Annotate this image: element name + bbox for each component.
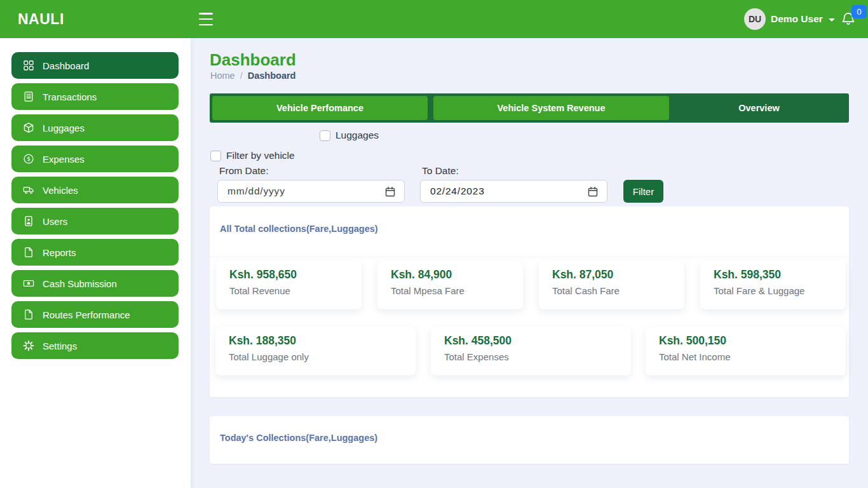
notification-count-badge: 0: [851, 5, 867, 18]
todays-collections-panel: Today's Collections(Fare,Luggages): [210, 416, 849, 464]
stat-value: Ksh. 458,500: [444, 334, 512, 348]
sidebar-item-cash-submission[interactable]: Cash Submission: [11, 270, 179, 297]
stat-card-total-expenses: Ksh. 458,500 Total Expenses: [431, 327, 631, 376]
to-date-field: [420, 180, 607, 203]
tab-vehicle-performance[interactable]: Vehicle Perfomance: [212, 96, 428, 120]
hamburger-menu-icon[interactable]: [199, 11, 215, 27]
sidebar-item-label: Expenses: [43, 154, 85, 165]
stat-label: Total Mpesa Fare: [391, 285, 465, 296]
stat-value: Ksh. 500,150: [659, 334, 726, 348]
sidebar-item-label: Users: [43, 216, 67, 227]
dashboard-tabbar: Vehicle Perfomance Vehicle System Revenu…: [210, 93, 849, 123]
filter-button[interactable]: Filter: [623, 180, 663, 203]
filter-by-vehicle-checkbox[interactable]: [210, 151, 221, 161]
luggages-checkbox-label: Luggages: [336, 130, 379, 141]
stat-label: Total Expenses: [444, 351, 509, 362]
stat-value: Ksh. 84,900: [391, 268, 452, 281]
stat-label: Total Cash Fare: [552, 285, 620, 296]
journal-icon: [23, 91, 34, 102]
tab-overview[interactable]: Overview: [669, 93, 849, 123]
sidebar-item-label: Vehicles: [43, 185, 78, 196]
filter-by-vehicle-checkbox-row: Filter by vehicle: [210, 150, 295, 161]
caret-down-icon: [829, 18, 835, 22]
all-collections-title: All Total collections(Fare,Luggages): [220, 224, 378, 234]
sidebar-item-routes-performance[interactable]: Routes Performance: [11, 301, 179, 328]
person-badge-icon: [23, 215, 34, 227]
file-pdf-icon: [23, 309, 34, 320]
stat-label: Total Luggage only: [229, 351, 309, 362]
grid-icon: [23, 60, 34, 71]
from-date-input[interactable]: [218, 180, 404, 202]
cash-icon: [23, 278, 34, 289]
user-menu[interactable]: Demo User: [771, 0, 835, 38]
sidebar-item-vehicles[interactable]: Vehicles: [11, 177, 179, 203]
stat-card-total-fare-luggage: Ksh. 598,350 Total Fare & Luggage: [700, 261, 846, 309]
notifications-button[interactable]: 0: [840, 5, 865, 33]
from-date-label: From Date:: [219, 165, 269, 177]
truck-icon: [23, 184, 34, 196]
sidebar-item-luggages[interactable]: Luggages: [11, 114, 179, 141]
stat-label: Total Fare & Luggage: [714, 285, 804, 296]
stat-label: Total Revenue: [229, 285, 290, 296]
stat-card-total-mpesa-fare: Ksh. 84,900 Total Mpesa Fare: [377, 261, 523, 309]
sidebar-item-reports[interactable]: Reports: [11, 239, 179, 266]
box-icon: [23, 122, 34, 133]
calendar-icon[interactable]: [384, 186, 396, 198]
breadcrumb-separator: /: [240, 71, 243, 81]
sidebar-item-settings[interactable]: Settings: [11, 332, 179, 359]
brand-logo: NAULI: [18, 0, 64, 38]
sidebar-item-label: Settings: [43, 341, 77, 351]
from-date-field: [217, 180, 405, 203]
stat-value: Ksh. 87,050: [552, 268, 613, 281]
sidebar-item-label: Cash Submission: [43, 278, 117, 289]
sidebar-item-dashboard[interactable]: Dashboard: [11, 52, 179, 79]
filter-by-vehicle-checkbox-label: Filter by vehicle: [226, 150, 295, 161]
luggages-checkbox-row: Luggages: [320, 130, 379, 141]
file-pdf-icon: [23, 247, 34, 258]
top-navbar: NAULI DU Demo User 0: [0, 0, 868, 38]
sidebar-item-label: Transactions: [43, 92, 97, 102]
sidebar-item-transactions[interactable]: Transactions: [11, 83, 179, 110]
svg-text:$: $: [27, 156, 31, 162]
stat-label: Total Net Income: [659, 351, 731, 362]
sidebar: Dashboard Transactions Luggages: [0, 38, 191, 488]
stat-card-total-revenue: Ksh. 958,650 Total Revenue: [216, 261, 362, 309]
gear-icon: [23, 340, 34, 351]
stat-value: Ksh. 598,350: [714, 268, 781, 281]
app-screen: NAULI DU Demo User 0 Dashboard: [0, 0, 868, 488]
sidebar-item-expenses[interactable]: $ Expenses: [11, 146, 179, 172]
to-date-input[interactable]: [421, 180, 607, 202]
breadcrumb-home-link[interactable]: Home: [210, 71, 235, 81]
breadcrumb-current: Dashboard: [248, 71, 296, 81]
sidebar-item-label: Luggages: [43, 123, 85, 133]
tab-vehicle-system-revenue[interactable]: Vehicle System Revenue: [433, 96, 669, 120]
sidebar-item-users[interactable]: Users: [11, 208, 179, 234]
user-name: Demo User: [771, 13, 823, 25]
stat-card-total-net-income: Ksh. 500,150 Total Net Income: [646, 327, 846, 376]
calendar-icon[interactable]: [587, 186, 599, 198]
dollar-circle-icon: $: [23, 153, 34, 165]
stat-card-total-luggage-only: Ksh. 188,350 Total Luggage only: [215, 327, 416, 376]
luggages-checkbox[interactable]: [320, 130, 330, 141]
panel-divider: [210, 257, 849, 257]
all-collections-panel: All Total collections(Fare,Luggages) Ksh…: [210, 207, 849, 397]
todays-collections-title: Today's Collections(Fare,Luggages): [220, 433, 377, 443]
sidebar-item-label: Routes Performance: [43, 309, 130, 320]
stat-value: Ksh. 188,350: [229, 334, 296, 348]
page-title: Dashboard: [210, 50, 296, 70]
breadcrumb: Home / Dashboard: [210, 71, 295, 81]
sidebar-item-label: Dashboard: [43, 60, 89, 71]
to-date-label: To Date:: [422, 165, 459, 177]
stat-value: Ksh. 958,650: [229, 268, 297, 281]
sidebar-item-label: Reports: [43, 247, 76, 258]
stat-card-total-cash-fare: Ksh. 87,050 Total Cash Fare: [539, 261, 684, 309]
avatar[interactable]: DU: [744, 8, 766, 30]
